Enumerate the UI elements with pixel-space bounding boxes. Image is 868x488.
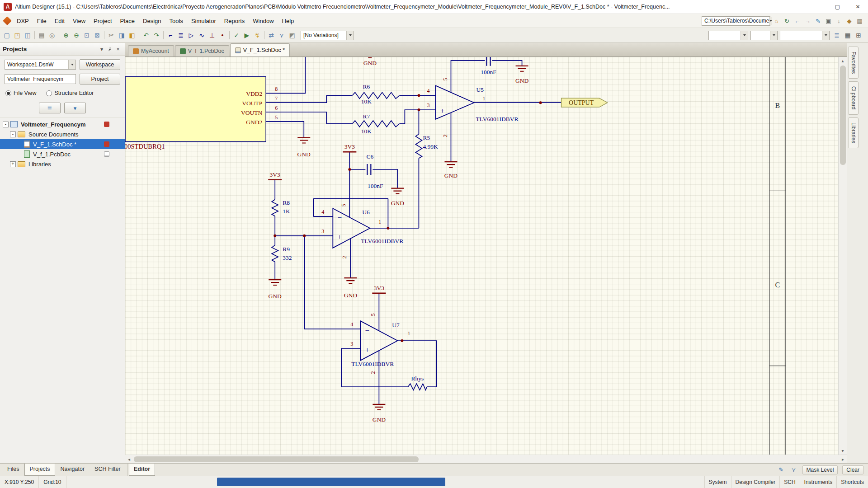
scroll-right-icon[interactable]: ▸ [839,455,847,463]
menu-view[interactable]: View [69,15,90,27]
doc-tab-v-f-1-schdoc-[interactable]: V_F_1.SchDoc * [230,43,290,56]
window-tile-icon[interactable]: ▣ [824,16,833,26]
structure-editor-option[interactable]: Structure Editor [46,90,94,96]
bottom-tab-sch-filter[interactable]: SCH Filter [90,464,125,476]
menu-window[interactable]: Window [249,15,278,27]
bottom-tab-navigator[interactable]: Navigator [56,464,90,476]
editor-tab[interactable]: Editor [129,464,155,476]
probe-icon[interactable]: ↯ [252,30,262,40]
project-combo[interactable]: Voltmeter_Frequencym [5,74,76,84]
zoom-area-icon[interactable]: ⊡ [82,30,92,40]
menu-help[interactable]: Help [278,15,298,27]
mask-level-button[interactable]: Mask Level [802,465,838,474]
copy-icon[interactable]: ◨ [117,30,127,40]
bottom-tab-files[interactable]: Files [3,464,24,476]
layer-stack-icon[interactable]: ≣ [832,30,842,40]
edit-pencil-icon[interactable]: ✎ [813,16,823,26]
resistor-group[interactable] [272,92,427,390]
expand-icon[interactable]: + [10,161,16,167]
chevron-down-icon[interactable] [346,31,354,40]
horizontal-scroll-thumb[interactable] [134,456,419,462]
minimize-button[interactable]: ─ [807,0,827,14]
scroll-up-icon[interactable]: ▴ [839,57,847,65]
collapse-icon[interactable]: - [10,131,16,137]
annotate-pen-icon[interactable]: ✎ [777,466,785,474]
cross-select-icon[interactable]: ⇄ [266,30,276,40]
place-junction-icon[interactable]: • [217,30,227,40]
tree-item-voltmeter-frequencym[interactable]: -Voltmeter_Frequencym [0,119,125,129]
navigate-back-icon[interactable]: ← [793,16,802,26]
scroll-left-icon[interactable]: ◂ [125,455,133,463]
doc-tab-myaccount[interactable]: MyAccount [128,45,174,56]
file-view-option[interactable]: File View [5,90,36,96]
pin-icon[interactable] [106,45,114,53]
menu-dxp[interactable]: DXP [13,15,33,27]
doc-tab-v-f-1-pcbdoc[interactable]: V_f_1.PcbDoc [175,45,229,56]
open-document-icon[interactable]: ◳ [12,30,22,40]
new-document-icon[interactable]: ▢ [2,30,12,40]
project-button[interactable]: Project [80,74,120,84]
menu-reports[interactable]: Reports [220,15,249,27]
view-grid-icon[interactable]: ▦ [855,16,864,26]
navigate-forward-icon[interactable]: → [803,16,812,26]
filter-icon[interactable]: ⋎ [277,30,287,40]
place-part-icon[interactable]: ▷ [186,30,196,40]
bottom-tab-projects[interactable]: Projects [24,464,55,476]
workspace-combo[interactable]: Workspace1.DsnW [5,60,76,70]
toolbar-combo-1[interactable] [708,31,748,40]
status-design-compiler[interactable]: Design Compiler [731,476,780,488]
collapse-icon[interactable]: - [3,122,9,127]
print-preview-icon[interactable]: ◎ [47,30,57,40]
schematic-canvas[interactable]: 8765VDD2VOUTPVOUTNGND200STDUBRQ1GNDGNDR6… [125,57,838,455]
vertical-scroll-thumb[interactable] [840,66,846,165]
menu-design[interactable]: Design [139,15,165,27]
maximize-button[interactable]: ▢ [827,0,848,14]
opamp-group[interactable] [333,85,474,360]
close-button[interactable]: ✕ [848,0,868,14]
redo-icon[interactable]: ↷ [151,30,161,40]
print-icon[interactable]: ▤ [37,30,47,40]
horizontal-scrollbar[interactable]: ◂ ▸ [125,455,847,463]
menu-simulator[interactable]: Simulator [187,15,220,27]
tree-item-source-documents[interactable]: -Source Documents [0,129,125,139]
compile-icon[interactable]: ✓ [231,30,241,40]
status-sch[interactable]: SCH [779,476,799,488]
place-power-port-icon[interactable]: ⊥ [207,30,217,40]
undo-icon[interactable]: ↶ [141,30,151,40]
panel-tab-favorites[interactable]: Favorites [849,47,859,79]
place-bus-icon[interactable]: ≣ [176,30,186,40]
status-system[interactable]: System [704,476,731,488]
status-instruments[interactable]: Instruments [800,476,837,488]
panel-tab-libraries[interactable]: Libraries [849,117,859,148]
vertical-scrollbar[interactable]: ▴ ▾ [838,57,847,455]
tree-item-v-f-1-schdoc-[interactable]: V_F_1.SchDoc * [0,139,125,149]
toolbar-combo-3[interactable] [780,31,830,40]
place-net-label-icon[interactable]: ∿ [197,30,207,40]
structure-editor-radio[interactable] [46,90,52,96]
menu-place[interactable]: Place [116,15,139,27]
home-icon[interactable]: ⌂ [772,16,781,26]
zoom-out-icon[interactable]: ⊖ [71,30,81,40]
chevron-down-icon[interactable]: ▾ [98,45,106,53]
clear-button[interactable]: Clear [842,465,863,474]
panel-tab-clipboard[interactable]: Clipboard [849,81,859,114]
chevron-down-icon[interactable] [68,60,75,69]
paste-icon[interactable]: ◧ [127,30,137,40]
capacitor-plates[interactable] [367,57,490,175]
snap-grid-icon[interactable]: ⊞ [854,30,863,40]
place-wire-icon[interactable]: ⌐ [165,30,175,40]
toolbar-combo-2[interactable] [750,31,778,40]
close-panel-icon[interactable]: × [114,45,122,53]
file-view-radio[interactable] [5,90,11,96]
status-shortcuts[interactable]: Shortcuts [836,476,868,488]
menu-file[interactable]: File [33,15,51,27]
tree-item-v-f-1-pcbdoc[interactable]: V_f_1.PcbDoc [0,149,125,159]
menu-tools[interactable]: Tools [165,15,187,27]
menu-edit[interactable]: Edit [51,15,69,27]
document-path-combo[interactable]: C:\Users\Tableros\Docume [702,16,770,26]
board-view-icon[interactable]: ▦ [843,30,853,40]
open-folder-button[interactable]: ▾ [64,103,86,113]
mask-icon[interactable]: ◩ [287,30,297,40]
cut-icon[interactable]: ✂ [106,30,116,40]
zoom-in-icon[interactable]: ⊕ [61,30,71,40]
